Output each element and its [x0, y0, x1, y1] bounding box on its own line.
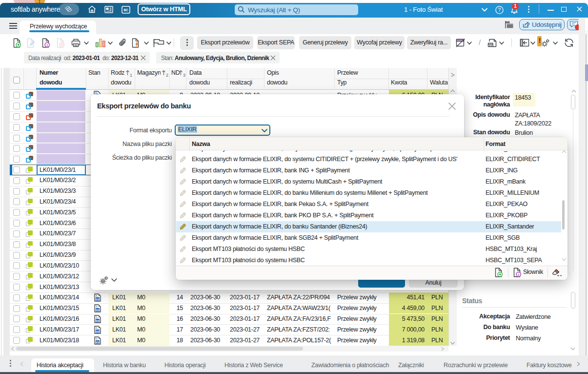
- svg-text:i: i: [47, 43, 48, 47]
- svg-text:?: ?: [498, 7, 501, 13]
- svg-text:BC: BC: [124, 8, 128, 12]
- svg-text:i: i: [518, 272, 519, 277]
